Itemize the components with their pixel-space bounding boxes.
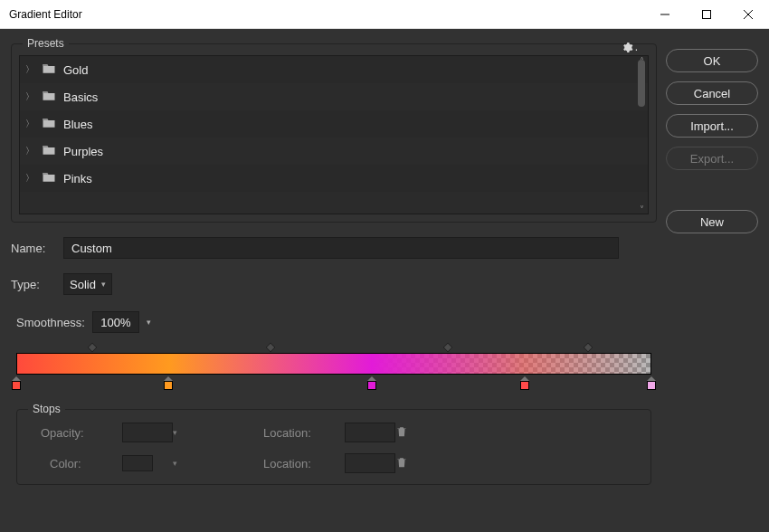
- color-stop[interactable]: [519, 376, 530, 390]
- smoothness-row: Smoothness: ▾: [16, 311, 657, 333]
- gradient-editor: [16, 353, 651, 393]
- delete-color-stop-button[interactable]: [395, 455, 421, 472]
- type-value: Solid: [70, 278, 96, 291]
- color-stop[interactable]: [366, 376, 377, 390]
- gradient-midpoint[interactable]: [88, 342, 98, 352]
- chevron-down-icon[interactable]: ▾: [173, 459, 191, 468]
- minimize-icon: [660, 10, 669, 19]
- color-stop[interactable]: [646, 376, 657, 390]
- preset-folder-row[interactable]: 〉Basics: [20, 83, 648, 110]
- trash-icon: [395, 455, 408, 470]
- folder-icon: [42, 62, 56, 77]
- location-label: Location:: [263, 426, 345, 440]
- new-button[interactable]: New: [666, 210, 758, 233]
- name-label: Name:: [11, 242, 63, 255]
- maximize-icon: [702, 10, 711, 19]
- import-button[interactable]: Import...: [666, 114, 758, 138]
- color-label: Color:: [41, 457, 122, 470]
- name-row: Name:: [11, 237, 657, 259]
- folder-icon: [42, 90, 56, 104]
- chevron-right-icon: 〉: [25, 172, 34, 185]
- gradient-midpoint[interactable]: [443, 342, 453, 352]
- export-button[interactable]: Export...: [666, 147, 758, 170]
- color-stops-row: [16, 376, 651, 393]
- chevron-right-icon: 〉: [25, 118, 34, 130]
- right-column: OK Cancel Import... Export... New: [666, 43, 758, 521]
- presets-legend: Presets: [23, 37, 69, 50]
- preset-folder-label: Gold: [63, 63, 88, 77]
- location-label: Location:: [263, 457, 345, 470]
- cancel-button[interactable]: Cancel: [666, 81, 758, 105]
- opacity-midpoints-row: [16, 344, 651, 351]
- preset-folder-row[interactable]: 〉Gold: [20, 56, 648, 83]
- opacity-location-input[interactable]: [345, 423, 395, 442]
- preset-folder-label: Basics: [63, 90, 98, 104]
- chevron-down-icon[interactable]: ▾: [147, 318, 151, 327]
- folder-icon: [42, 171, 56, 185]
- smoothness-label: Smoothness:: [16, 316, 85, 329]
- close-icon: [744, 10, 753, 19]
- chevron-down-icon[interactable]: ▾: [173, 428, 191, 437]
- type-label: Type:: [11, 278, 63, 291]
- left-column: Presets . 〉Gold〉Basics〉Blues〉Purples〉Pin…: [11, 43, 657, 521]
- preset-folder-label: Pinks: [63, 172, 92, 185]
- scroll-down-icon[interactable]: ˅: [637, 204, 646, 214]
- presets-list[interactable]: 〉Gold〉Basics〉Blues〉Purples〉Pinks ˄ ˅: [19, 55, 649, 214]
- folder-icon: [42, 144, 56, 158]
- maximize-button[interactable]: [686, 0, 727, 29]
- folder-icon: [42, 117, 56, 131]
- preset-folder-row[interactable]: 〉Blues: [20, 110, 648, 138]
- type-select[interactable]: Solid ▾: [63, 273, 112, 295]
- preset-folder-row[interactable]: 〉Purples: [20, 138, 648, 165]
- chevron-right-icon: 〉: [25, 90, 34, 103]
- gradient-fill: [17, 354, 650, 374]
- close-button[interactable]: [727, 0, 769, 29]
- preset-folder-row[interactable]: 〉Pinks: [20, 165, 648, 192]
- color-swatch[interactable]: [122, 455, 153, 471]
- color-stop[interactable]: [11, 376, 22, 390]
- stops-legend: Stops: [28, 403, 65, 415]
- preset-folder-label: Purples: [63, 145, 103, 158]
- ok-button[interactable]: OK: [666, 49, 758, 72]
- window-title: Gradient Editor: [9, 8, 82, 21]
- gear-icon: [622, 42, 633, 53]
- gradient-strip[interactable]: [16, 353, 651, 375]
- opacity-input[interactable]: [122, 423, 173, 442]
- titlebar: Gradient Editor: [0, 0, 769, 29]
- presets-fieldset: Presets . 〉Gold〉Basics〉Blues〉Purples〉Pin…: [11, 43, 657, 223]
- scroll-thumb[interactable]: [638, 60, 645, 107]
- stops-fieldset: Stops Opacity: ▾ Location: Color: ▾ Loca…: [16, 409, 651, 485]
- color-location-input[interactable]: [345, 453, 395, 473]
- menu-dot: .: [635, 41, 638, 53]
- smoothness-input[interactable]: [92, 311, 139, 333]
- presets-settings-button[interactable]: .: [622, 41, 638, 53]
- gradient-midpoint[interactable]: [583, 342, 593, 352]
- chevron-right-icon: 〉: [25, 145, 34, 157]
- chevron-down-icon: ▾: [101, 280, 106, 289]
- minimize-button[interactable]: [644, 0, 686, 29]
- presets-scrollbar[interactable]: ˄ ˅: [637, 58, 646, 212]
- preset-folder-label: Blues: [63, 118, 93, 131]
- chevron-right-icon: 〉: [25, 63, 34, 76]
- opacity-label: Opacity:: [41, 426, 122, 440]
- client-area: Presets . 〉Gold〉Basics〉Blues〉Purples〉Pin…: [0, 29, 769, 532]
- gradient-midpoint[interactable]: [265, 342, 275, 352]
- delete-opacity-stop-button[interactable]: [395, 424, 421, 442]
- color-stop[interactable]: [163, 376, 174, 390]
- name-input[interactable]: [63, 237, 619, 259]
- type-row: Type: Solid ▾: [11, 273, 657, 295]
- svg-rect-1: [703, 10, 711, 18]
- trash-icon: [395, 424, 408, 439]
